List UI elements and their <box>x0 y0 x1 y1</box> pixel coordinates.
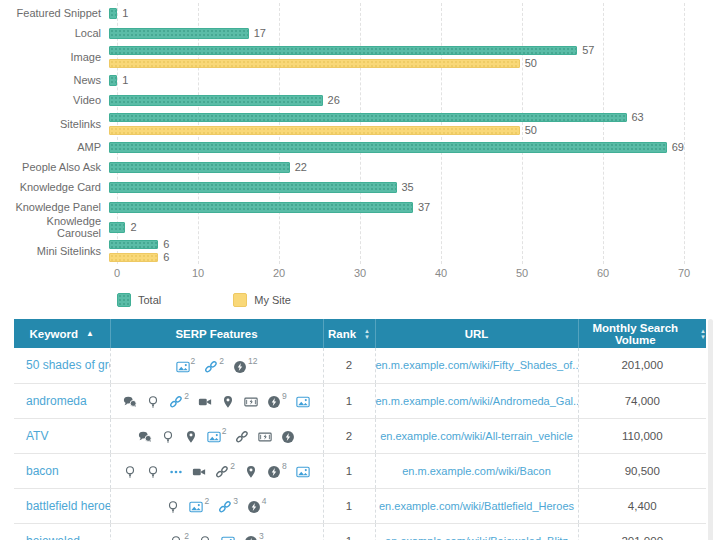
feature-count-badge: 12 <box>248 357 257 366</box>
keyword-link[interactable]: 50 shades of grey <box>26 358 110 372</box>
url-link[interactable]: en.m.example.com/wiki/Fifty_Shades_of... <box>376 359 579 371</box>
column-header-monthly-search-volume[interactable]: Monthly Search Volume▲▼ <box>578 319 706 348</box>
circle-lightning-icon <box>281 427 295 444</box>
keyword-link[interactable]: ATV <box>26 429 48 443</box>
keywords-table-zone: Keyword▲ SERP Features Rank▲▼ URL Monthl… <box>14 319 706 540</box>
chain-link-icon: 2 <box>169 392 189 409</box>
rank-cell: 2 <box>323 418 375 453</box>
x-axis-tick-label: 60 <box>597 267 609 279</box>
column-label: URL <box>465 328 489 340</box>
keyword-link[interactable]: bejeweled <box>26 534 80 540</box>
column-label: SERP Features <box>175 328 257 340</box>
sort-asc-icon[interactable]: ▲ <box>86 330 94 338</box>
chart-bar-total <box>109 113 627 122</box>
keyword-link[interactable]: andromeda <box>26 394 87 408</box>
picture-icon: 2 <box>207 427 227 444</box>
circle-lightning-icon: 9 <box>267 392 287 409</box>
feature-count-badge: 2 <box>184 532 189 540</box>
picture-icon <box>296 392 310 409</box>
column-header-rank[interactable]: Rank▲▼ <box>323 319 375 348</box>
keyword-link[interactable]: battlefield heroes <box>26 499 110 513</box>
serp-features-cell: 23 <box>110 523 323 540</box>
search-volume-cell: 90,500 <box>578 453 706 488</box>
bar-value-label: 37 <box>418 201 430 213</box>
bar-value-label: 22 <box>295 161 307 173</box>
url-link[interactable]: en.example.com/wiki/Bejeweled_Blitz <box>385 535 568 540</box>
chart-x-axis: 010203040506070 <box>117 267 684 284</box>
x-axis-tick-label: 50 <box>516 267 528 279</box>
keyword-cell: bejeweled <box>14 523 110 540</box>
column-label: Keyword <box>30 328 79 340</box>
chart-bar-total <box>109 202 413 213</box>
feature-count-badge: 8 <box>282 462 287 471</box>
chart-category-label: People Also Ask <box>0 161 109 173</box>
chart-category-row: Video26 <box>0 90 720 110</box>
chart-category-label: News <box>0 74 109 86</box>
column-header-url[interactable]: URL <box>375 319 578 348</box>
ellipsis-icon <box>169 462 183 479</box>
table-row: andromeda291en.m.example.com/wiki/Androm… <box>14 383 706 418</box>
url-link[interactable]: en.example.com/wiki/Battlefield_Heroes <box>379 500 574 512</box>
map-pin-icon <box>221 392 235 409</box>
video-camera-icon <box>192 462 206 479</box>
x-axis-tick-label: 10 <box>192 267 204 279</box>
column-header-keyword[interactable]: Keyword▲ <box>14 319 110 348</box>
feature-count-badge: 4 <box>262 497 267 506</box>
chart-legend: TotalMy Site <box>117 293 720 307</box>
search-volume-cell: 201,000 <box>578 523 706 540</box>
chart-category-label: Mini Sitelinks <box>0 245 109 257</box>
rank-cell: 1 <box>323 383 375 418</box>
feature-count-badge: 2 <box>222 427 227 436</box>
url-cell: en.m.example.com/wiki/Fifty_Shades_of... <box>375 348 578 383</box>
chart-category-row: Sitelinks6350 <box>0 110 720 137</box>
keyword-cell: bacon <box>14 453 110 488</box>
rank-cell: 1 <box>323 523 375 540</box>
chart-category-label: Video <box>0 94 109 106</box>
search-volume-cell: 74,000 <box>578 383 706 418</box>
url-link[interactable]: en.example.com/wiki/All-terrain_vehicle <box>380 430 573 442</box>
feature-count-badge: 3 <box>233 497 238 506</box>
speech-bubbles-icon <box>123 392 137 409</box>
feature-count-badge: 3 <box>259 532 264 540</box>
rank-cell: 1 <box>323 488 375 523</box>
url-cell: en.m.example.com/wiki/Andromeda_Gal... <box>375 383 578 418</box>
chart-category-row: News1 <box>0 70 720 90</box>
legend-item-my-site[interactable]: My Site <box>233 293 291 307</box>
sort-toggle-icon[interactable]: ▲▼ <box>364 328 370 340</box>
keyword-cell: andromeda <box>14 383 110 418</box>
table-row: 50 shades of grey22122en.m.example.com/w… <box>14 348 706 383</box>
url-link[interactable]: en.m.example.com/wiki/Andromeda_Gal... <box>376 395 579 407</box>
bar-value-label: 1 <box>122 74 128 86</box>
chart-bar-total <box>109 95 323 106</box>
column-header-serp-features[interactable]: SERP Features <box>110 319 323 348</box>
sort-toggle-icon[interactable]: ▲▼ <box>700 328 706 340</box>
lightbulb-icon <box>146 392 160 409</box>
x-axis-tick-label: 30 <box>354 267 366 279</box>
chart-bar-total <box>109 182 397 193</box>
feature-count-badge: 9 <box>282 392 287 401</box>
keyword-link[interactable]: bacon <box>26 464 59 478</box>
url-link[interactable]: en.m.example.com/wiki/Bacon <box>402 465 551 477</box>
chart-bar-total <box>109 75 117 86</box>
circle-lightning-icon: 4 <box>247 497 267 514</box>
serp-features-cell: 29 <box>110 383 323 418</box>
chart-bar-my-site <box>109 253 158 262</box>
chart-category-row: Knowledge Panel37 <box>0 197 720 217</box>
bar-value-label: 6 <box>163 251 169 263</box>
table-header-row: Keyword▲ SERP Features Rank▲▼ URL Monthl… <box>14 319 706 348</box>
bar-value-label: 1 <box>122 7 128 19</box>
column-label: Monthly Search Volume <box>579 322 693 346</box>
chart-category-row: Local17 <box>0 23 720 43</box>
chart-category-label: Featured Snippet <box>0 7 109 19</box>
picture-icon: 2 <box>176 357 196 374</box>
feature-count-badge: 2 <box>184 392 189 401</box>
url-cell: en.example.com/wiki/Battlefield_Heroes <box>375 488 578 523</box>
table-scrollbar[interactable] <box>708 319 713 540</box>
legend-item-total[interactable]: Total <box>117 293 161 307</box>
bar-value-label: 2 <box>130 221 136 233</box>
column-label: Rank <box>328 328 356 340</box>
chart-category-label: Knowledge Card <box>0 181 109 193</box>
bar-value-label: 26 <box>328 94 340 106</box>
feature-count-badge: 2 <box>204 497 209 506</box>
url-cell: en.m.example.com/wiki/Bacon <box>375 453 578 488</box>
